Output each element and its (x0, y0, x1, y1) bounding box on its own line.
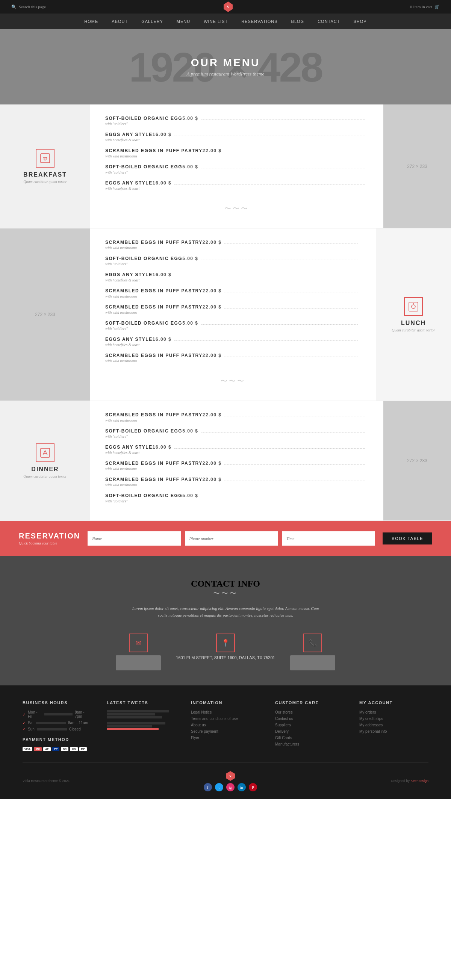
email-icon: ✉ (129, 633, 148, 652)
check-icon: ✓ (22, 727, 25, 731)
footer: BUSINESS HOURS ✓ Mon - Fri 8am - 7pm ✓ S… (0, 686, 451, 799)
list-item: SOFT-BOILED ORGANIC EGG 5.00 $ with "sol… (105, 164, 368, 174)
contact-title: CONTACT INFO (15, 579, 436, 589)
footer-creditslips[interactable]: My credit slips (359, 717, 429, 721)
nav-shop[interactable]: SHOP (353, 19, 367, 24)
reservation-title: RESERVATION (19, 532, 80, 540)
dinner-desc: Quam curabitur quam tortor (23, 474, 67, 478)
breakfast-icon (36, 149, 54, 168)
footer-stores[interactable]: Our stores (275, 710, 344, 714)
list-item: SOFT-BOILED ORGANIC EGG 5.00 $ with "sol… (105, 493, 368, 503)
page-title: OUR MENU (191, 57, 260, 69)
reservation-title-block: RESERVATION Quick booking your table (19, 532, 80, 545)
dinner-block: DINNER Quam curabitur quam tortor SCRAMB… (0, 401, 451, 521)
payment-visa: VISA (22, 747, 32, 751)
list-item: EGGS ANY STYLE 16.00 $ with homefries & … (105, 444, 368, 455)
instagram-icon[interactable]: ig (226, 783, 234, 791)
lunch-image-placeholder: 272 × 233 (0, 229, 90, 401)
list-item: SCRAMBLED EGGS IN PUFF PASTRY 22.00 $ wi… (105, 148, 368, 158)
cart-icon: 🛒 (435, 5, 440, 10)
search-area[interactable]: 🔍 Search this page (11, 5, 46, 10)
lunch-icon (404, 297, 423, 316)
svg-text:V: V (226, 5, 229, 9)
nav-reservations[interactable]: RESERVATIONS (241, 19, 277, 24)
menu-divider: 〜〜〜 (105, 369, 361, 389)
footer-hours-monfri: ✓ Mon - Fri 8am - 7pm (22, 710, 92, 719)
footer-orders[interactable]: My orders (359, 710, 429, 714)
footer-account-col: MY ACCOUNT My orders My credit slips My … (359, 700, 429, 751)
linkedin-icon[interactable]: in (237, 783, 246, 791)
footer-hours-col: BUSINESS HOURS ✓ Mon - Fri 8am - 7pm ✓ S… (22, 700, 92, 751)
footer-personal[interactable]: My personal info (359, 729, 429, 733)
dinner-image: 272 × 233 (383, 401, 451, 520)
breakfast-sidebar: BREAKFAST Quam curabitur quam tortor (0, 105, 90, 228)
footer-terms[interactable]: Terms and conditions of use (191, 717, 260, 721)
reservation-name-input[interactable] (88, 531, 181, 546)
footer-copyright: Viola Restaurant theme © 2021 (22, 779, 70, 783)
tweets-title: LATEST TWEETS (107, 700, 176, 705)
lunch-block: 272 × 233 SCRAMBLED EGGS IN PUFF PASTRY … (0, 229, 451, 401)
twitter-icon[interactable]: t (215, 783, 223, 791)
facebook-icon[interactable]: f (204, 783, 212, 791)
nav-about[interactable]: ABOUT (112, 19, 128, 24)
contact-desc: Lorem ipsum dolor sit amet, consectetur … (132, 605, 319, 619)
nav-menu[interactable]: MENU (177, 19, 190, 24)
dinner-items: SCRAMBLED EGGS IN PUFF PASTRY 22.00 $ wi… (90, 401, 383, 520)
payment-pp: PP (52, 747, 59, 751)
info-title: INFOMATION (191, 700, 260, 705)
footer-about[interactable]: About us (191, 723, 260, 727)
nav-blog[interactable]: BLOG (291, 19, 304, 24)
nav-home[interactable]: HOME (84, 19, 98, 24)
contact-card-email: ✉ (116, 633, 161, 670)
list-item: SCRAMBLED EGGS IN PUFF PASTRY 22.00 $ wi… (105, 412, 368, 422)
list-item: SCRAMBLED EGGS IN PUFF PASTRY 22.00 $ wi… (105, 477, 368, 487)
list-item: EGGS ANY STYLE 16.00 $ with homefries & … (105, 132, 368, 142)
designer-name: Keendesign (410, 779, 429, 783)
nav-winelist[interactable]: WINE LIST (204, 19, 228, 24)
svg-point-3 (44, 158, 46, 160)
footer-secure[interactable]: Secure payment (191, 729, 260, 733)
payment-title: PAYMENT METHOD (22, 737, 92, 742)
list-item: EGGS ANY STYLE 16.00 $ with homefries & … (105, 180, 368, 191)
reservation-phone-input[interactable] (185, 531, 278, 546)
contact-section: CONTACT INFO 〜〜〜 Lorem ipsum dolor sit a… (0, 556, 451, 686)
pinterest-icon[interactable]: P (249, 783, 257, 791)
footer-designed: Designed by Keendesign (391, 779, 429, 783)
breakfast-block: BREAKFAST Quam curabitur quam tortor SOF… (0, 105, 451, 229)
tweet-2 (107, 722, 176, 730)
cart[interactable]: 0 Item in cart 🛒 (410, 5, 440, 10)
svg-rect-7 (41, 448, 49, 457)
footer-suppliers[interactable]: Suppliers (275, 723, 344, 727)
svg-text:V: V (229, 774, 231, 778)
payment-methods: VISA MC AE PP DC CB MP (22, 747, 92, 751)
footer-info-col: INFOMATION Legal Notice Terms and condit… (191, 700, 260, 751)
footer-gift[interactable]: Gift Cards (275, 736, 344, 740)
list-item: SCRAMBLED EGGS IN PUFF PASTRY 22.00 $ wi… (105, 461, 368, 471)
search-placeholder: Search this page (19, 5, 46, 9)
footer-delivery[interactable]: Delivery (275, 729, 344, 733)
breakfast-image-placeholder: 272 × 233 (383, 105, 451, 228)
nav-contact[interactable]: CONTACT (317, 19, 340, 24)
nav-gallery[interactable]: GALLERY (141, 19, 163, 24)
list-item: SCRAMBLED EGGS IN PUFF PASTRY 22.00 $ wi… (105, 304, 361, 315)
payment-mp: MP (79, 747, 87, 751)
reservation-time-input[interactable] (282, 531, 375, 546)
list-item: SOFT-BOILED ORGANIC EGG 5.00 $ with "sol… (105, 321, 361, 331)
dinner-icon (36, 444, 54, 462)
footer-legal[interactable]: Legal Notice (191, 710, 260, 714)
check-icon: ✓ (22, 721, 25, 725)
lunch-left-image: 272 × 233 (0, 229, 90, 401)
breakfast-title: BREAKFAST (23, 171, 67, 178)
book-table-button[interactable]: BOOK TABLE (382, 533, 432, 544)
contact-card-phone: 📞 (290, 633, 335, 670)
footer-manufacturers[interactable]: Manufacturers (275, 742, 344, 746)
footer-addresses[interactable]: My addresses (359, 723, 429, 727)
menu-section: BREAKFAST Quam curabitur quam tortor SOF… (0, 105, 451, 521)
contact-card-address: 📍 1601 ELM STREET, SUITE 1600, DALLAS, T… (176, 633, 275, 670)
logo[interactable]: V (222, 1, 234, 13)
dinner-title: DINNER (31, 466, 59, 473)
reservation-form (88, 531, 375, 546)
list-item: SOFT-BOILED ORGANIC EGG 5.00 $ with "sol… (105, 428, 368, 439)
footer-flyer[interactable]: Flyer (191, 736, 260, 740)
footer-contact[interactable]: Contact us (275, 717, 344, 721)
